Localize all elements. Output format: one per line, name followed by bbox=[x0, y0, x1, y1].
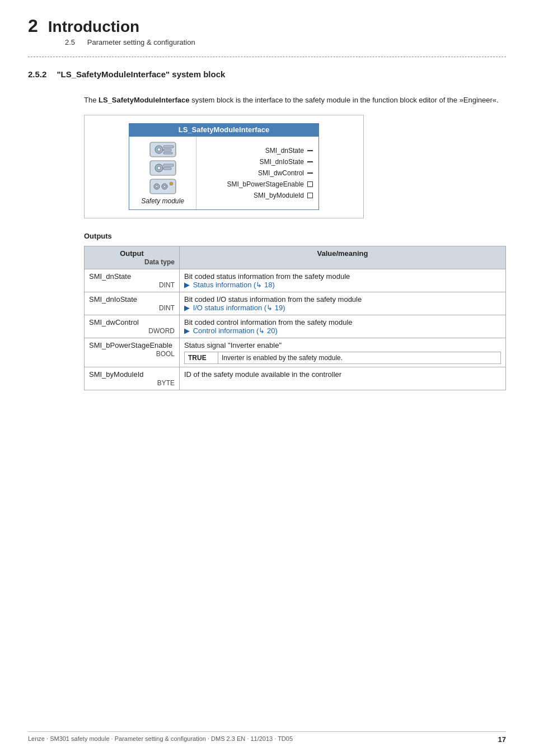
value-text-bpowerstage: Status signal "Inverter enable" bbox=[184, 341, 501, 349]
block-body: Safety module SMI_dnState SMI_dnIoState … bbox=[129, 136, 319, 210]
cell-value-bymoduleid: ID of the safety module available in the… bbox=[180, 367, 506, 390]
output-smi-bymoduleid: SMI_byModuleId bbox=[205, 192, 313, 199]
link-anchor-dwcontrol[interactable]: Control information (↳ 20) bbox=[193, 326, 278, 335]
section-body-text: The LS_SafetyModuleInterface system bloc… bbox=[84, 95, 506, 106]
outputs-table: Output Data type Value/meaning SMI_dnSta… bbox=[84, 246, 506, 390]
output-dtype-dniostate: DINT bbox=[89, 304, 175, 312]
connector-line-dniostate bbox=[307, 161, 313, 162]
arrow-icon-dwcontrol: ▶ bbox=[184, 326, 190, 335]
output-dtype-bymoduleid: BYTE bbox=[89, 379, 175, 387]
section-divider bbox=[28, 57, 506, 57]
block-diagram: LS_SafetyModuleInterface bbox=[96, 123, 352, 210]
safety-module-label: Safety module bbox=[141, 197, 184, 205]
col-output-header: Output Data type bbox=[85, 246, 180, 269]
arrow-icon-dniostate: ▶ bbox=[184, 304, 190, 312]
svg-point-2 bbox=[157, 148, 161, 151]
out-label-dniostate: SMI_dnIoState bbox=[260, 158, 304, 166]
svg-point-15 bbox=[163, 185, 166, 188]
table-row: SMI_dwControl DWORD Bit coded control in… bbox=[85, 315, 506, 338]
cell-value-dwcontrol: Bit coded control information from the s… bbox=[180, 315, 506, 338]
block-diagram-container: LS_SafetyModuleInterface bbox=[84, 115, 364, 218]
sub-section-number: 2.5 bbox=[65, 38, 75, 46]
connector-line-dnstate bbox=[307, 150, 313, 151]
output-dtype-bpowerstage: BOOL bbox=[89, 350, 175, 358]
arrow-icon-dnstate: ▶ bbox=[184, 281, 190, 289]
svg-rect-4 bbox=[163, 149, 171, 151]
table-row: SMI_byModuleId BYTE ID of the safety mod… bbox=[85, 367, 506, 390]
table-row: SMI_dnState DINT Bit coded status inform… bbox=[85, 269, 506, 292]
section-2-5-2-row: 2.5.2 "LS_SafetyModuleInterface" system … bbox=[28, 69, 506, 87]
output-dtype-dwcontrol: DWORD bbox=[89, 327, 175, 335]
body-text-part2: system block is the interface to the saf… bbox=[190, 96, 499, 104]
col-value-header: Value/meaning bbox=[180, 246, 506, 269]
col-datatype-header: Data type bbox=[89, 258, 175, 266]
value-text-dwcontrol: Bit coded control information from the s… bbox=[184, 318, 501, 326]
sub-section-header: 2.5 Parameter setting & configuration bbox=[65, 38, 506, 46]
output-name-bpowerstage: SMI_bPowerStageEnable bbox=[89, 341, 175, 349]
table-row: SMI_bPowerStageEnable BOOL Status signal… bbox=[85, 338, 506, 367]
output-smi-dnstate: SMI_dnState bbox=[205, 147, 313, 155]
svg-point-13 bbox=[156, 185, 158, 188]
sub-cell-true-value: Inverter is enabled by the safety module… bbox=[218, 352, 501, 363]
svg-rect-3 bbox=[163, 146, 174, 148]
sub-table-bpowerstage: TRUE Inverter is enabled by the safety m… bbox=[184, 352, 501, 364]
output-smi-bpowerstage: SMI_bPowerStageEnable bbox=[205, 180, 313, 188]
component-icon-3 bbox=[149, 178, 177, 195]
cell-output-bymoduleid: SMI_byModuleId BYTE bbox=[85, 367, 180, 390]
sub-section-title: Parameter setting & configuration bbox=[87, 38, 195, 46]
link-dnstate[interactable]: ▶ Status information (↳ 18) bbox=[184, 281, 501, 289]
cell-output-dwcontrol: SMI_dwControl DWORD bbox=[85, 315, 180, 338]
block-right-panel: SMI_dnState SMI_dnIoState SMI_dwControl … bbox=[196, 137, 318, 209]
output-name-dnstate: SMI_dnState bbox=[89, 272, 175, 281]
cell-output-dnstate: SMI_dnState DINT bbox=[85, 269, 180, 292]
value-text-dnstate: Bit coded status information from the sa… bbox=[184, 272, 501, 281]
connector-line-dwcontrol bbox=[307, 172, 313, 174]
svg-point-16 bbox=[170, 182, 173, 185]
output-name-bymoduleid: SMI_byModuleId bbox=[89, 370, 175, 379]
link-dniostate[interactable]: ▶ I/O status information (↳ 19) bbox=[184, 304, 501, 312]
link-anchor-dnstate[interactable]: Status information (↳ 18) bbox=[193, 281, 275, 289]
footer-left: Lenze · SM301 safety module · Parameter … bbox=[28, 735, 293, 744]
block-title: LS_SafetyModuleInterface bbox=[129, 123, 319, 136]
out-label-bymoduleid: SMI_byModuleId bbox=[254, 192, 304, 199]
output-smi-dwcontrol: SMI_dwControl bbox=[205, 169, 313, 177]
page-footer: Lenze · SM301 safety module · Parameter … bbox=[28, 731, 506, 744]
component-icon-2 bbox=[149, 160, 177, 176]
output-smi-dniostate: SMI_dnIoState bbox=[205, 158, 313, 166]
section-number: 2.5.2 bbox=[28, 69, 46, 79]
table-header-row: Output Data type Value/meaning bbox=[85, 246, 506, 269]
outputs-heading: Outputs bbox=[84, 232, 506, 240]
chapter-title: Introduction bbox=[48, 18, 139, 36]
chapter-header: 2 Introduction bbox=[28, 17, 506, 36]
cell-value-dniostate: Bit coded I/O status information from th… bbox=[180, 292, 506, 315]
svg-point-8 bbox=[157, 166, 161, 170]
sub-cell-true-label: TRUE bbox=[185, 352, 218, 363]
output-name-dwcontrol: SMI_dwControl bbox=[89, 318, 175, 326]
component-icons bbox=[149, 141, 177, 195]
out-label-dwcontrol: SMI_dwControl bbox=[258, 169, 304, 177]
page: 2 Introduction 2.5 Parameter setting & c… bbox=[0, 0, 534, 756]
connector-box-bpowerstage bbox=[307, 181, 313, 187]
link-anchor-dniostate[interactable]: I/O status information (↳ 19) bbox=[193, 304, 285, 312]
component-icon-1 bbox=[149, 141, 177, 158]
body-text-part1: The bbox=[84, 96, 99, 104]
table-row: SMI_dnIoState DINT Bit coded I/O status … bbox=[85, 292, 506, 315]
body-text-bold: LS_SafetyModuleInterface bbox=[99, 96, 190, 104]
cell-value-dnstate: Bit coded status information from the sa… bbox=[180, 269, 506, 292]
svg-rect-5 bbox=[163, 152, 172, 154]
svg-rect-10 bbox=[163, 167, 171, 170]
page-number: 17 bbox=[498, 735, 506, 744]
chapter-number: 2 bbox=[28, 17, 38, 35]
cell-value-bpowerstage: Status signal "Inverter enable" TRUE Inv… bbox=[180, 338, 506, 367]
out-label-dnstate: SMI_dnState bbox=[265, 147, 304, 155]
output-name-dniostate: SMI_dnIoState bbox=[89, 295, 175, 304]
value-text-bymoduleid: ID of the safety module available in the… bbox=[184, 370, 501, 379]
out-label-bpowerstage: SMI_bPowerStageEnable bbox=[227, 180, 304, 188]
link-dwcontrol[interactable]: ▶ Control information (↳ 20) bbox=[184, 326, 501, 335]
output-dtype-dnstate: DINT bbox=[89, 281, 175, 289]
value-text-dniostate: Bit coded I/O status information from th… bbox=[184, 295, 501, 304]
svg-rect-9 bbox=[163, 164, 174, 166]
section-title: "LS_SafetyModuleInterface" system block bbox=[57, 69, 225, 79]
cell-output-dniostate: SMI_dnIoState DINT bbox=[85, 292, 180, 315]
block-left-panel: Safety module bbox=[129, 137, 196, 209]
